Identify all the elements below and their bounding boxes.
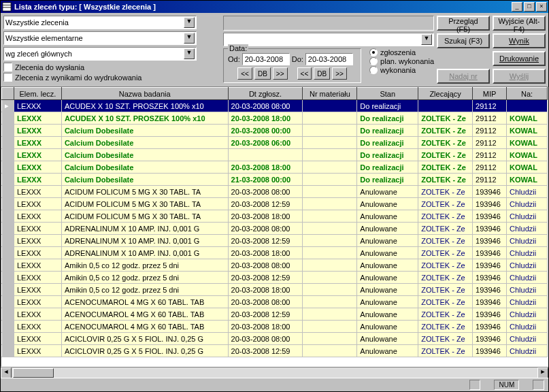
sort-combo[interactable]: wg zleceń głównych ▼ — [3, 47, 197, 61]
date-from-prev-button[interactable]: << — [237, 67, 252, 80]
column-header[interactable]: Dt zgłosz. — [228, 88, 303, 100]
table-row[interactable]: LEXXXACIDUM FOLICUM 5 MG X 30 TABL. TA20… — [2, 198, 548, 210]
cell-na: KOWAL — [507, 149, 548, 161]
table-row[interactable]: LEXXXACICLOVIR 0,25 G X 5 FIOL. INJ. 0,2… — [2, 333, 548, 345]
radio-zgloszenia[interactable]: zgłoszenia — [369, 48, 434, 56]
scroll-thumb[interactable] — [13, 368, 54, 378]
scroll-right-icon[interactable]: ► — [537, 368, 548, 378]
checkbox-icon[interactable] — [3, 73, 12, 82]
cell-date: 20-03-2008 00:00 — [228, 125, 303, 137]
checkbox-send[interactable]: Zlecenia do wysłania — [3, 63, 220, 71]
cell-mip: 193946 — [473, 186, 507, 198]
cell-orderer: ZOLTEK - Ze — [418, 112, 473, 125]
scroll-left-icon[interactable]: ◄ — [1, 368, 12, 378]
table-row[interactable]: LEXXXACIDUM FOLICUM 5 MG X 30 TABL. TA20… — [2, 186, 548, 198]
search-button[interactable]: Szukaj (F3) — [437, 33, 490, 48]
cell-orderer: ZOLTEK - Ze — [418, 161, 473, 174]
table-row[interactable]: ▸LEXXXACUDEX X 10 SZT. PROSZEK 100% x102… — [2, 100, 548, 112]
minimize-button[interactable]: _ — [512, 2, 522, 12]
cell-orderer: ZOLTEK - Ze — [418, 345, 473, 357]
cell-name: ACENOCUMAROL 4 MG X 60 TABL. TAB — [61, 308, 228, 321]
table-row[interactable]: LEXXXACUDEX X 10 SZT. PROSZEK 100% x1020… — [2, 112, 548, 125]
table-row[interactable]: LEXXXAmikin 0,5 co 12 godz. przez 5 dni2… — [2, 272, 548, 284]
cell-date: 20-03-2008 08:00 — [228, 100, 303, 112]
date-from-input[interactable] — [242, 53, 290, 65]
cell-elem: LEXXX — [14, 321, 61, 333]
app-icon — [2, 2, 12, 12]
chevron-down-icon[interactable]: ▼ — [184, 17, 195, 28]
cell-date — [228, 149, 303, 161]
table-row[interactable]: LEXXXAmikin 0,5 co 12 godz. przez 5 dni2… — [2, 259, 548, 272]
cell-status: Anulowane — [357, 272, 418, 284]
table-row[interactable]: LEXXXACENOCUMAROL 4 MG X 60 TABL. TAB20-… — [2, 308, 548, 321]
row-header — [2, 259, 14, 272]
chevron-down-icon[interactable]: ▼ — [421, 34, 432, 45]
elem-combo[interactable]: Wszystkie elementarne ▼ — [3, 31, 197, 45]
column-header[interactable]: Elem. lecz. — [14, 88, 61, 100]
cell-date: 21-03-2008 00:00 — [228, 174, 303, 186]
type-combo[interactable]: Wszystkie zlecenia ▼ — [3, 16, 197, 29]
date-to-db-button[interactable]: DB — [314, 67, 330, 80]
table-row[interactable]: LEXXXACICLOVIR 0,25 G X 5 FIOL. INJ. 0,2… — [2, 345, 548, 357]
column-header[interactable]: Stan — [357, 88, 418, 100]
row-header — [2, 198, 14, 210]
date-to-prev-button[interactable]: << — [297, 67, 312, 80]
table-row[interactable]: LEXXXACIDUM FOLICUM 5 MG X 30 TABL. TA20… — [2, 210, 548, 223]
result-button[interactable]: Wynik — [493, 33, 546, 48]
table-row[interactable]: LEXXXCalcium Dobesilate21-03-2008 00:00D… — [2, 174, 548, 186]
cell-na: Chludzii — [507, 247, 548, 259]
column-header[interactable]: Na: — [507, 88, 548, 100]
chevron-down-icon[interactable]: ▼ — [184, 33, 195, 44]
checkbox-icon[interactable] — [3, 63, 12, 71]
cell-mip: 29112 — [473, 137, 507, 149]
table-row[interactable]: LEXXXCalcium DobesilateDo realizacjiZOLT… — [2, 149, 548, 161]
radio-label: plan. wykonania — [380, 57, 434, 65]
cell-status: Anulowane — [357, 333, 418, 345]
table-row[interactable]: LEXXXCalcium Dobesilate20-03-2008 06:00D… — [2, 137, 548, 149]
cell-mip: 29112 — [473, 100, 507, 112]
assign-button[interactable]: Nadaj nr — [437, 69, 490, 84]
cell-name: Calcium Dobesilate — [61, 149, 228, 161]
close-button[interactable]: × — [536, 2, 547, 12]
cell-elem: LEXXX — [14, 149, 61, 161]
exit-button[interactable]: Wyjście (Alt-F4) — [493, 16, 546, 31]
column-header[interactable]: MIP — [473, 88, 507, 100]
table-row[interactable]: LEXXXACENOCUMAROL 4 MG X 60 TABL. TAB20-… — [2, 296, 548, 308]
cell-material — [303, 333, 357, 345]
radio-plan[interactable]: plan. wykonania — [369, 57, 434, 65]
table-row[interactable]: LEXXXADRENALINUM X 10 AMP. INJ. 0,001 G2… — [2, 223, 548, 235]
column-header[interactable]: Nr materiału — [303, 88, 357, 100]
table-row[interactable]: LEXXXCalcium Dobesilate20-03-2008 18:00D… — [2, 161, 548, 174]
preview-button[interactable]: Przegląd (F5) — [437, 16, 490, 31]
date-from-next-button[interactable]: >> — [273, 67, 288, 80]
mid-combo[interactable]: ▼ — [223, 33, 434, 46]
status-num: NUM — [494, 380, 519, 390]
radio-wykonania[interactable]: wykonania — [369, 66, 434, 74]
date-from-db-button[interactable]: DB — [254, 67, 271, 80]
cell-date: 20-03-2008 18:00 — [228, 284, 303, 296]
orders-grid[interactable]: Elem. lecz.Nazwa badaniaDt zgłosz.Nr mat… — [1, 86, 548, 367]
column-header[interactable]: Zlecający — [418, 88, 473, 100]
column-header[interactable]: Nazwa badania — [61, 88, 228, 100]
cell-orderer: ZOLTEK - Ze — [418, 198, 473, 210]
table-row[interactable]: LEXXXADRENALINUM X 10 AMP. INJ. 0,001 G2… — [2, 247, 548, 259]
cell-na: Chludzii — [507, 259, 548, 272]
table-row[interactable]: LEXXXAmikin 0,5 co 12 godz. przez 5 dni2… — [2, 284, 548, 296]
send-button[interactable]: Wyślij — [493, 69, 546, 84]
cell-mip: 193946 — [473, 235, 507, 247]
horizontal-scrollbar[interactable]: ◄ ► — [1, 367, 548, 378]
cell-date: 20-03-2008 08:00 — [228, 259, 303, 272]
cell-date: 20-03-2008 08:00 — [228, 186, 303, 198]
cell-elem: LEXXX — [14, 235, 61, 247]
maximize-button[interactable]: □ — [524, 2, 535, 12]
date-to-input[interactable] — [305, 53, 353, 65]
checkbox-print[interactable]: Zlecenia z wynikami do wydrukowania — [3, 73, 220, 82]
chevron-down-icon[interactable]: ▼ — [184, 48, 195, 59]
date-to-next-button[interactable]: >> — [332, 67, 347, 80]
table-row[interactable]: LEXXXCalcium Dobesilate20-03-2008 00:00D… — [2, 125, 548, 137]
row-header — [2, 235, 14, 247]
cell-na: Chludzii — [507, 308, 548, 321]
print-button[interactable]: Drukowanie — [493, 51, 546, 66]
table-row[interactable]: LEXXXACENOCUMAROL 4 MG X 60 TABL. TAB20-… — [2, 321, 548, 333]
table-row[interactable]: LEXXXADRENALINUM X 10 AMP. INJ. 0,001 G2… — [2, 235, 548, 247]
